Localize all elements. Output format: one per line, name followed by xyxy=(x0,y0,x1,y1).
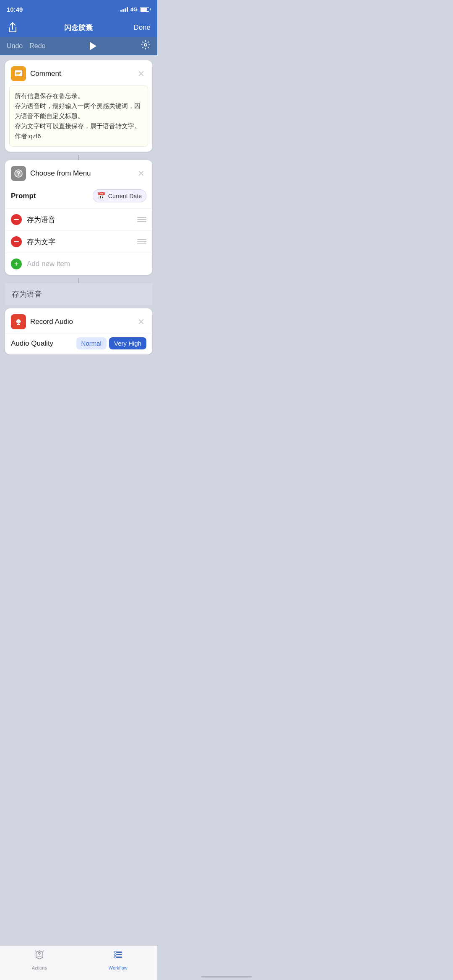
connector-1 xyxy=(78,155,79,160)
svg-rect-3 xyxy=(16,73,20,74)
calendar-icon: 📅 xyxy=(97,192,106,200)
undo-button[interactable]: Undo xyxy=(7,42,23,50)
quality-very-high-button[interactable]: Very High xyxy=(109,337,146,349)
section-header: 存为语音 xyxy=(5,283,152,305)
comment-card-header: Comment ✕ xyxy=(5,60,152,85)
comment-body: 所有信息保存在备忘录。存为语音时，最好输入一两个灵感关键词，因为语音不能自定义标… xyxy=(9,85,148,147)
plus-icon: + xyxy=(14,260,19,268)
menu-item-2-label: 存为文字 xyxy=(27,237,137,247)
share-icon xyxy=(7,22,18,34)
record-title: Record Audio xyxy=(30,318,136,326)
comment-icon xyxy=(11,66,26,81)
status-bar: 10:49 4G xyxy=(0,0,157,18)
quality-normal-button[interactable]: Normal xyxy=(76,337,107,349)
comment-text: 所有信息保存在备忘录。存为语音时，最好输入一两个灵感关键词，因为语音不能自定义标… xyxy=(15,91,143,141)
menu-close-button[interactable]: ✕ xyxy=(136,167,146,180)
nav-title: 闪念胶囊 xyxy=(23,23,133,33)
battery-icon xyxy=(140,7,151,12)
svg-point-8 xyxy=(17,319,20,323)
record-icon xyxy=(11,314,26,329)
section-title: 存为语音 xyxy=(12,290,42,298)
remove-item-1-button[interactable] xyxy=(11,214,22,225)
share-button[interactable] xyxy=(7,22,23,34)
comment-title: Comment xyxy=(30,70,136,78)
record-card: Record Audio ✕ Audio Quality Normal Very… xyxy=(5,308,152,354)
connector-2 xyxy=(78,278,79,283)
prompt-row: Prompt 📅 Current Date xyxy=(5,185,152,208)
prompt-label: Prompt xyxy=(11,192,36,200)
remove-item-2-button[interactable] xyxy=(11,236,22,247)
svg-point-6 xyxy=(18,175,19,176)
drag-handle-2[interactable] xyxy=(137,239,146,244)
menu-card-header: Choose from Menu ✕ xyxy=(5,160,152,185)
content-area: Comment ✕ 所有信息保存在备忘录。存为语音时，最好输入一两个灵感关键词，… xyxy=(0,55,157,359)
svg-rect-4 xyxy=(16,75,19,75)
add-item-row[interactable]: + Add new item xyxy=(5,253,152,275)
menu-item-2[interactable]: 存为文字 xyxy=(5,230,152,253)
svg-point-0 xyxy=(144,44,147,46)
toolbar: Undo Redo xyxy=(0,37,157,55)
record-close-button[interactable]: ✕ xyxy=(136,315,146,328)
current-date-badge[interactable]: 📅 Current Date xyxy=(93,189,146,202)
redo-button[interactable]: Redo xyxy=(29,42,45,50)
signal-icon xyxy=(120,7,128,12)
menu-icon xyxy=(11,166,26,181)
menu-card: Choose from Menu ✕ Prompt 📅 Current Date… xyxy=(5,160,152,275)
svg-rect-2 xyxy=(16,72,21,73)
audio-quality-row: Audio Quality Normal Very High xyxy=(5,334,152,354)
add-item-label: Add new item xyxy=(27,260,70,268)
record-card-header: Record Audio ✕ xyxy=(5,308,152,334)
network-type: 4G xyxy=(130,6,138,13)
menu-title: Choose from Menu xyxy=(30,169,136,178)
nav-bar: 闪念胶囊 Done xyxy=(0,18,157,37)
comment-close-button[interactable]: ✕ xyxy=(136,67,146,80)
current-date-label: Current Date xyxy=(108,193,142,199)
play-icon xyxy=(90,42,96,50)
audio-quality-label: Audio Quality xyxy=(11,339,53,348)
minus-icon xyxy=(14,219,19,220)
minus-icon-2 xyxy=(14,241,19,242)
done-button[interactable]: Done xyxy=(133,23,151,32)
status-time: 10:49 xyxy=(7,6,23,13)
status-icons: 4G xyxy=(120,6,151,13)
add-item-button[interactable]: + xyxy=(11,259,22,269)
menu-item-1[interactable]: 存为语音 xyxy=(5,208,152,230)
settings-button[interactable] xyxy=(141,40,151,52)
menu-item-1-label: 存为语音 xyxy=(27,215,137,225)
drag-handle-1[interactable] xyxy=(137,217,146,222)
play-button[interactable] xyxy=(90,42,96,50)
comment-card: Comment ✕ 所有信息保存在备忘录。存为语音时，最好输入一两个灵感关键词，… xyxy=(5,60,152,152)
